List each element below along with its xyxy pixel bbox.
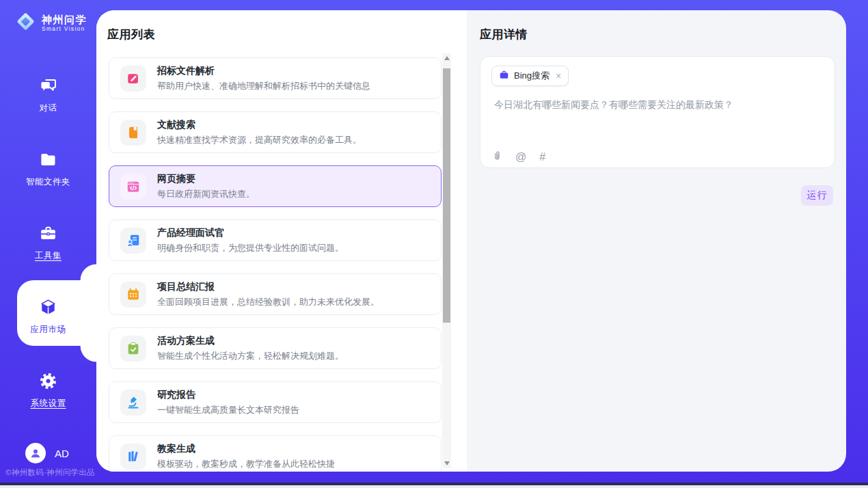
app-desc: 一键智能生成高质量长文本研究报告 <box>157 404 299 416</box>
app-list-scrollbar[interactable] <box>442 53 451 468</box>
app-card-pm-interviewer[interactable]: 产品经理面试官 明确身份和职责，为您提供专业性的面试问题。 <box>109 219 442 261</box>
sidebar-item-toolset[interactable]: 工具集 <box>0 224 96 262</box>
sidebar-item-label: 智能文件夹 <box>26 176 70 188</box>
at-mention-icon[interactable]: @ <box>515 152 526 163</box>
briefcase-icon <box>499 70 509 83</box>
webpage-code-icon <box>120 174 146 200</box>
avatar <box>25 443 46 463</box>
brand-name: 神州问学 <box>42 14 87 25</box>
triangle-up-icon <box>444 56 450 60</box>
app-desc: 帮助用户快速、准确地理解和解析招标书中的关键信息 <box>157 80 370 92</box>
app-card-event-plan[interactable]: 活动方案生成 智能生成个性化活动方案，轻松解决规划难题。 <box>109 327 442 369</box>
app-card-bid-parse[interactable]: 招标文件解析 帮助用户快速、准确地理解和解析招标书中的关键信息 <box>109 57 442 99</box>
paperclip-icon[interactable] <box>492 150 502 164</box>
window-bottom-strip <box>0 485 868 488</box>
query-input[interactable]: 今日湖北有哪些新闻要点？有哪些需要关注的最新政策？ <box>494 99 815 111</box>
hash-icon[interactable]: # <box>539 152 545 163</box>
app-list-panel: 应用列表 招标文件解析 帮助用户快速、准确地理解和解析招标书中的关键信息 <box>96 10 467 472</box>
app-card-project-summary[interactable]: 项目总结汇报 全面回顾项目进展，总结经验教训，助力未来优化发展。 <box>109 273 442 315</box>
app-name: 教案生成 <box>157 443 335 455</box>
scrollbar-thumb[interactable] <box>443 68 450 323</box>
scroll-up-arrow[interactable] <box>442 53 451 63</box>
app-name: 研究报告 <box>157 389 299 401</box>
clipboard-check-icon <box>120 336 146 362</box>
tool-tag-bing-search[interactable]: Bing搜索 × <box>491 66 569 86</box>
user-initials: AD <box>55 448 69 459</box>
brand-logo: 神州问学 Smart Vision <box>15 11 87 35</box>
active-nav-fillet-bottom <box>80 346 96 362</box>
active-nav-fillet-top <box>80 264 96 280</box>
composer-toolbar: @ # <box>492 150 545 164</box>
app-name: 产品经理面试官 <box>157 227 344 239</box>
triangle-down-icon <box>444 461 450 465</box>
app-desc: 每日政府新闻资讯快查。 <box>157 188 255 200</box>
app-list-title: 应用列表 <box>107 27 155 42</box>
app-card-research-report[interactable]: 研究报告 一键智能生成高质量长文本研究报告 <box>109 381 442 423</box>
app-desc: 全面回顾项目进展，总结经验教训，助力未来优化发展。 <box>157 296 379 308</box>
chat-icon <box>39 77 57 98</box>
sidebar-item-smart-folders[interactable]: 智能文件夹 <box>0 150 96 188</box>
toolbox-icon <box>39 224 57 245</box>
sidebar-item-label: 系统设置 <box>31 398 66 409</box>
cube-icon <box>39 298 57 319</box>
tool-tag-label: Bing搜索 <box>514 70 550 82</box>
main-content: 应用列表 招标文件解析 帮助用户快速、准确地理解和解析招标书中的关键信息 <box>96 10 846 472</box>
scroll-down-arrow[interactable] <box>442 459 451 468</box>
brand-subtitle: Smart Vision <box>42 25 87 32</box>
app-name: 项目总结汇报 <box>157 281 379 293</box>
composer-card: Bing搜索 × 今日湖北有哪些新闻要点？有哪些需要关注的最新政策？ @ # <box>480 56 835 168</box>
app-name: 文献搜索 <box>157 119 362 131</box>
app-card-lesson-plan[interactable]: 教案生成 模板驱动，教案秒成，教学准备从此轻松快捷 <box>109 435 442 472</box>
app-name: 网页摘要 <box>157 173 255 185</box>
app-desc: 智能生成个性化活动方案，轻松解决规划难题。 <box>157 350 344 362</box>
app-list: 招标文件解析 帮助用户快速、准确地理解和解析招标书中的关键信息 文献搜索 快速精… <box>109 57 442 472</box>
sidebar: 神州问学 Smart Vision 对话 智能文件夹 <box>0 0 96 488</box>
calendar-icon <box>120 282 146 308</box>
microscope-icon <box>120 390 146 416</box>
folder-icon <box>39 150 57 172</box>
diamond-logo-icon <box>15 11 36 35</box>
sidebar-item-label: 对话 <box>40 103 57 114</box>
copyright-text: ©神州数码·神州问学出品 <box>5 467 102 478</box>
sidebar-item-settings[interactable]: 系统设置 <box>0 372 96 409</box>
app-name: 活动方案生成 <box>157 335 344 347</box>
sidebar-item-label: 工具集 <box>35 250 62 262</box>
sidebar-item-app-market[interactable]: 应用市场 <box>0 298 96 336</box>
interviewer-icon <box>120 228 146 254</box>
sidebar-item-label: 应用市场 <box>31 324 66 336</box>
app-name: 招标文件解析 <box>157 65 370 77</box>
app-detail-title: 应用详情 <box>480 27 528 42</box>
run-button[interactable]: 运行 <box>801 185 833 206</box>
user-profile[interactable]: AD <box>25 443 69 463</box>
app-desc: 快速精准查找学术资源，提高研究效率的必备工具。 <box>157 134 362 146</box>
app-card-web-summary[interactable]: 网页摘要 每日政府新闻资讯快查。 <box>109 165 442 207</box>
books-icon <box>120 444 146 470</box>
book-icon <box>120 120 146 146</box>
app-card-literature-search[interactable]: 文献搜索 快速精准查找学术资源，提高研究效率的必备工具。 <box>109 111 442 153</box>
app-desc: 明确身份和职责，为您提供专业性的面试问题。 <box>157 242 344 254</box>
edit-square-icon <box>120 66 146 92</box>
close-icon[interactable]: × <box>556 71 561 81</box>
sidebar-item-chat[interactable]: 对话 <box>0 77 96 114</box>
gear-icon <box>39 372 57 393</box>
app-desc: 模板驱动，教案秒成，教学准备从此轻松快捷 <box>157 458 335 470</box>
